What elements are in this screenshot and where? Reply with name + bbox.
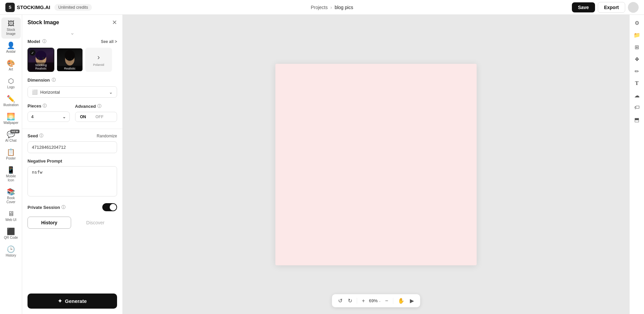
sidebar-label-art: Art	[9, 68, 13, 72]
history-tab[interactable]: History	[28, 217, 71, 229]
wallpaper-icon: 🌅	[7, 113, 15, 120]
panel-header: Stock Image ✕	[22, 15, 122, 29]
sidebar-item-illustration[interactable]: ✏️ Illustration	[1, 93, 21, 110]
model-section: Model ⓘ See all > ✓	[22, 39, 122, 77]
advanced-off-button[interactable]: OFF	[91, 112, 108, 122]
see-all-button[interactable]: See all >	[101, 39, 117, 44]
right-cloud-button[interactable]: ☁	[632, 90, 642, 101]
sidebar-item-mobile-icon[interactable]: 📱 Mobile Icon	[1, 164, 21, 185]
right-tag-button[interactable]: 🏷	[632, 102, 642, 113]
dimension-info-icon[interactable]: ⓘ	[52, 77, 56, 83]
model-selected-check: ✓	[30, 50, 36, 56]
right-pencil-button[interactable]: ✏	[632, 66, 642, 77]
sidebar-label-stock-image: Stock Image	[3, 28, 19, 36]
horizontal-icon: ⬜	[32, 89, 38, 95]
advanced-on-button[interactable]: ON	[75, 112, 91, 122]
right-layout-button[interactable]: ⊞	[632, 42, 642, 52]
illustration-icon: ✏️	[7, 95, 15, 102]
topbar-actions: Save Export	[572, 2, 639, 13]
sidebar-label-web-ui: Web UI	[5, 218, 16, 222]
stock-image-icon: 🖼	[8, 20, 14, 27]
negative-prompt-textarea[interactable]	[28, 166, 117, 196]
svg-point-5	[65, 50, 75, 61]
sidebar-item-avatar[interactable]: 👤 Avatar	[1, 39, 21, 56]
undo-button[interactable]: ↺	[337, 297, 344, 305]
right-component-button[interactable]: ❖	[632, 54, 642, 64]
export-button[interactable]: Export	[598, 2, 625, 13]
bottom-toolbar: ↺ ↻ + 69% ⌄ − ✋ ▶	[332, 294, 420, 307]
panel-close-button[interactable]: ✕	[112, 19, 117, 26]
sidebar-item-history[interactable]: 🕒 History	[1, 243, 21, 260]
model-card-polaroid[interactable]: › Polaroid	[85, 48, 112, 72]
sidebar-label-illustration: Illustration	[3, 103, 19, 107]
sidebar-item-ai-chat[interactable]: NEW 💬 AI Chat	[1, 128, 21, 145]
right-folder-button[interactable]: 📁	[632, 30, 642, 40]
svg-point-3	[43, 57, 44, 59]
sidebar-item-web-ui[interactable]: 🖥 Web UI	[1, 208, 21, 225]
private-session-info-icon[interactable]: ⓘ	[61, 205, 65, 210]
zoom-percentage[interactable]: 69% ⌄	[369, 298, 381, 303]
model-card-realistic[interactable]: Realistic	[56, 48, 83, 72]
sidebar-item-qr-code[interactable]: ⬛ QR Code	[1, 225, 21, 242]
sidebar-item-stock-image[interactable]: 🖼 Stock Image	[1, 17, 21, 39]
breadcrumb-chevron: ›	[330, 5, 332, 10]
sidebar-label-history: History	[6, 254, 16, 258]
pieces-label: Pieces ⓘ	[28, 103, 70, 109]
dimension-select[interactable]: ⬜ Horizontal ⌄	[28, 86, 117, 98]
pieces-info-icon[interactable]: ⓘ	[43, 103, 47, 109]
model-info-icon[interactable]: ⓘ	[42, 39, 46, 44]
sidebar-item-logo[interactable]: ⬡ Logo	[1, 75, 21, 92]
mobile-icon-icon: 📱	[7, 167, 15, 173]
right-settings-button[interactable]: ⚙	[632, 17, 642, 28]
history-icon: 🕒	[7, 246, 15, 253]
pieces-select[interactable]: 4 ⌄	[28, 111, 70, 122]
redo-button[interactable]: ↻	[346, 297, 354, 305]
private-session-label: Private Session ⓘ	[28, 205, 65, 210]
model-section-label: Model ⓘ See all >	[28, 39, 117, 44]
book-cover-icon: 📚	[7, 188, 15, 195]
sidebar-item-wallpaper[interactable]: 🌅 Wallpaper	[1, 110, 21, 128]
sidebar-item-art[interactable]: 🎨 Art	[1, 57, 21, 74]
sidebar-label-avatar: Avatar	[6, 50, 16, 54]
sidebar-label-mobile-icon: Mobile Icon	[3, 174, 19, 182]
logo-nav-icon: ⬡	[8, 78, 14, 84]
panel-title: Stock Image	[28, 19, 59, 26]
generate-area: ✦ Generate	[22, 294, 122, 314]
advanced-info-icon[interactable]: ⓘ	[97, 103, 101, 109]
sidebar: 🖼 Stock Image 👤 Avatar 🎨 Art ⬡ Logo ✏️ I…	[0, 15, 22, 314]
right-text-button[interactable]: T	[632, 78, 642, 89]
dimension-value: Horizontal	[40, 90, 60, 95]
credits-badge: Unlimited credits	[54, 4, 92, 11]
seed-input[interactable]	[28, 141, 117, 153]
canvas-content	[275, 64, 477, 265]
panel: Stock Image ✕ ⌄ Model ⓘ See all >	[22, 15, 123, 314]
seed-info-icon[interactable]: ⓘ	[39, 133, 43, 139]
logo-text: STOCKIMG.AI	[17, 4, 50, 10]
zoom-in-button[interactable]: +	[361, 297, 366, 305]
right-layers-button[interactable]: ⬒	[632, 114, 642, 125]
model-card-label-1: Stocking Realistic	[28, 62, 54, 71]
divider	[22, 129, 122, 129]
randomize-button[interactable]: Randomize	[97, 134, 117, 138]
user-avatar[interactable]	[628, 2, 639, 13]
discover-tab[interactable]: Discover	[74, 217, 117, 229]
zoom-out-button[interactable]: −	[384, 297, 389, 305]
select-tool-button[interactable]: ▶	[409, 297, 415, 305]
sidebar-item-book-cover[interactable]: 📚 Book Cover	[1, 186, 21, 207]
sidebar-label-book-cover: Book Cover	[3, 196, 19, 204]
model-card-stocking-realistic[interactable]: ✓ Stocking Realistic	[28, 48, 54, 72]
project-parent[interactable]: Projects	[311, 5, 328, 10]
private-session-toggle[interactable]	[102, 203, 117, 211]
negative-prompt-label: Negative Prompt	[28, 159, 117, 164]
generate-icon: ✦	[58, 298, 62, 304]
advanced-toggle: ON OFF	[75, 112, 117, 122]
dimension-label: Dimension ⓘ	[28, 77, 117, 83]
sidebar-item-poster[interactable]: 📋 Poster	[1, 146, 21, 163]
save-button[interactable]: Save	[572, 2, 595, 12]
canvas-area: ↺ ↻ + 69% ⌄ − ✋ ▶	[123, 15, 629, 314]
zoom-controls: 69% ⌄	[369, 298, 381, 303]
pieces-advanced-section: Pieces ⓘ 4 ⌄ Advanced ⓘ ON OFF	[22, 103, 122, 127]
panel-scroll-hint: ⌄	[22, 29, 122, 39]
generate-button[interactable]: ✦ Generate	[28, 294, 117, 309]
pan-tool-button[interactable]: ✋	[396, 297, 406, 305]
